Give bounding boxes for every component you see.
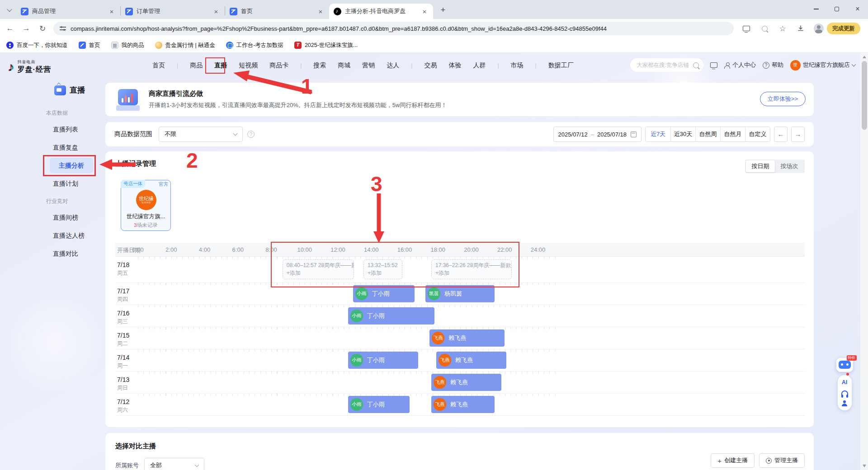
view-toggle-按日期[interactable]: 按日期	[746, 160, 775, 172]
help-link[interactable]: ? 帮助	[763, 61, 783, 69]
ai-entry-button[interactable]: AI	[842, 379, 847, 385]
add-record-link[interactable]: +添加	[435, 269, 508, 277]
shop-account-menu[interactable]: 世 世纪缘官方旗舰店	[790, 60, 855, 70]
nav-item-直播[interactable]: 直播	[214, 61, 227, 70]
next-period-button[interactable]: →	[791, 127, 805, 142]
view-toggle-按场次[interactable]: 按场次	[775, 160, 804, 172]
manage-host-button[interactable]: 管理主播	[759, 453, 805, 468]
nav-item-搜索[interactable]: 搜索	[313, 61, 326, 70]
bookmark-item[interactable]: 工作台-考古加数据	[226, 42, 283, 49]
sidebar-item-直播间榜[interactable]: 直播间榜	[0, 210, 105, 228]
customer-service-icon[interactable]	[841, 400, 848, 406]
live-record-bar[interactable]: 小雨丁小雨	[348, 352, 418, 369]
range-preset-近7天[interactable]: 近7天	[646, 127, 670, 141]
screen-cast-icon[interactable]	[710, 62, 717, 68]
range-preset-自然月[interactable]: 自然月	[720, 127, 745, 141]
sidebar-item-直播达人榜[interactable]: 直播达人榜	[0, 228, 105, 246]
live-record-bar[interactable]: 小雨丁小雨	[348, 396, 410, 413]
live-record-bar[interactable]: 凯茵杨凯茵	[425, 285, 495, 302]
add-record-link[interactable]: +添加	[287, 269, 350, 277]
date-range-picker[interactable]: 2025/07/12 – 2025/07/18	[553, 127, 642, 142]
bookmark-item[interactable]: 2025-世纪缘珠宝旗...	[294, 42, 358, 49]
reload-icon[interactable]: ↻	[36, 22, 49, 35]
nav-item-商品[interactable]: 商品	[190, 61, 203, 70]
shop-account-card[interactable]: 号店一体 官方 世纪缘 SJONO 世纪缘官方旗... 3场未记录	[121, 180, 171, 231]
nav-item-人群[interactable]: 人群	[473, 61, 486, 70]
nav-item-市场[interactable]: 市场	[511, 61, 524, 70]
scroll-up-arrow-icon[interactable]	[863, 56, 866, 58]
sidebar-item-直播复盘[interactable]: 直播复盘	[0, 140, 105, 158]
nav-item-数据工厂[interactable]: 数据工厂	[548, 61, 574, 70]
chrome-update-button[interactable]: 完成更新	[827, 23, 860, 34]
live-record-bar[interactable]: 飞燕赖飞燕	[429, 329, 505, 347]
nav-item-商品卡[interactable]: 商品卡	[269, 61, 288, 70]
browser-tab[interactable]: 商品管理×	[16, 4, 120, 19]
tab-search-chevron-icon[interactable]	[4, 4, 15, 16]
try-now-button[interactable]: 立即体验>>	[760, 92, 806, 106]
sidebar-item-直播计划[interactable]: 直播计划	[0, 176, 105, 194]
nav-item-达人[interactable]: 达人	[387, 61, 399, 70]
live-record-bar[interactable]: 小雨丁小雨	[348, 307, 435, 324]
browser-menu-kebab-icon[interactable]: ⋮	[866, 22, 868, 35]
bookmark-item[interactable]: 首页	[79, 42, 100, 49]
create-host-button[interactable]: + 创建主播	[711, 453, 755, 468]
bookmark-item[interactable]: 贵金属行情 | 融通金	[155, 42, 215, 49]
bookmark-item[interactable]: 我的商品	[111, 42, 144, 49]
add-record-link[interactable]: +添加	[368, 269, 398, 277]
sidebar-item-直播对比[interactable]: 直播对比	[0, 246, 105, 264]
sidebar-item-主播分析[interactable]: 主播分析	[0, 158, 105, 176]
planned-slot[interactable]: 08:40–12:57 28周年庆——新+添加	[283, 259, 354, 279]
downloads-icon[interactable]	[794, 22, 807, 35]
user-center-link[interactable]: 个人中心	[724, 61, 756, 69]
nav-item-体验[interactable]: 体验	[448, 61, 461, 70]
assistant-robot-icon[interactable]: 特价	[836, 358, 853, 372]
bookmark-star-icon[interactable]: ☆	[776, 22, 789, 35]
sidebar-item-直播列表[interactable]: 直播列表	[0, 122, 105, 140]
url-text[interactable]: compass.jinritemai.com/shop/host-analysi…	[71, 25, 607, 32]
url-bar[interactable]: compass.jinritemai.com/shop/host-analysi…	[53, 22, 734, 35]
nav-item-交易[interactable]: 交易	[424, 61, 437, 70]
tab-close-icon[interactable]: ×	[316, 7, 325, 15]
window-maximize-button[interactable]	[826, 0, 847, 18]
planned-slot[interactable]: 17:36–22:26 28周年庆——新款+添加	[431, 259, 512, 279]
browser-tab[interactable]: 首页×	[225, 4, 329, 19]
new-tab-button[interactable]: +	[437, 4, 449, 16]
search-icon[interactable]	[693, 62, 699, 68]
tab-close-icon[interactable]: ×	[108, 7, 116, 15]
browser-tab[interactable]: 订单管理×	[121, 4, 225, 19]
headset-icon[interactable]	[841, 390, 848, 395]
nav-item-商城[interactable]: 商城	[338, 61, 350, 70]
bookmark-item[interactable]: 百度一下，你就知道	[6, 42, 68, 49]
live-record-bar[interactable]: 飞燕赖飞燕	[431, 374, 501, 391]
scroll-down-arrow-icon[interactable]	[863, 465, 866, 467]
forward-icon[interactable]: →	[20, 22, 33, 35]
back-icon[interactable]: ←	[4, 22, 16, 35]
nav-item-短视频[interactable]: 短视频	[239, 61, 258, 70]
prev-period-button[interactable]: ←	[774, 127, 788, 142]
scope-help-icon[interactable]: ?	[247, 131, 255, 138]
planned-slot[interactable]: 13:32–15:52+添加	[363, 259, 402, 279]
range-preset-自然周[interactable]: 自然周	[695, 127, 720, 141]
window-minimize-button[interactable]	[806, 0, 826, 18]
live-record-bar[interactable]: 小雨丁小雨	[353, 285, 415, 302]
tab-close-icon[interactable]: ×	[212, 7, 220, 15]
range-preset-自定义[interactable]: 自定义	[745, 127, 770, 141]
search-tabs-icon[interactable]	[758, 22, 771, 35]
nav-item-首页[interactable]: 首页	[152, 61, 165, 70]
window-close-button[interactable]: ×	[847, 0, 868, 18]
site-settings-icon[interactable]	[60, 26, 66, 31]
scope-select[interactable]: 不限	[159, 127, 243, 142]
host-avatar: 小雨	[350, 310, 363, 322]
install-app-icon[interactable]	[740, 22, 753, 35]
page-scrollbar[interactable]	[860, 53, 868, 470]
browser-tab[interactable]: 主播分析-抖音电商罗盘×	[329, 4, 433, 19]
global-search-input[interactable]: 大家都在搜:竞争店铺	[630, 58, 703, 72]
range-preset-近30天[interactable]: 近30天	[670, 127, 695, 141]
account-filter-select[interactable]: 全部	[144, 458, 204, 470]
tab-close-icon[interactable]: ×	[420, 7, 429, 15]
nav-item-营销[interactable]: 营销	[362, 61, 375, 70]
profile-avatar[interactable]	[812, 22, 825, 35]
scrollbar-thumb[interactable]	[862, 61, 867, 130]
live-record-bar[interactable]: 飞燕赖飞燕	[431, 396, 495, 413]
live-record-bar[interactable]: 飞燕赖飞燕	[436, 352, 506, 369]
